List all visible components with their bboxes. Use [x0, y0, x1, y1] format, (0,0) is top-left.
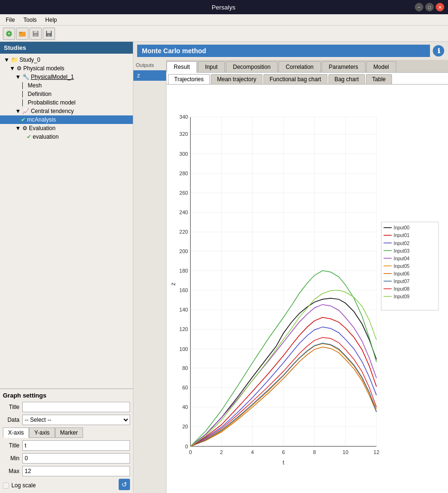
evaluation-label: evaluation	[33, 133, 59, 140]
log-scale-checkbox[interactable]	[3, 483, 9, 489]
tab-model[interactable]: Model	[366, 61, 396, 72]
sub-tab-trajectories[interactable]: Trajectories	[168, 74, 210, 84]
refresh-button[interactable]: ↺	[119, 479, 130, 490]
title-bar: Persalys − □ ✕	[0, 0, 448, 14]
tree-item-mesh[interactable]: │ Mesh	[0, 81, 133, 90]
title-row: Title	[3, 402, 130, 412]
svg-text:2: 2	[220, 449, 223, 455]
svg-text:Input00: Input00	[393, 225, 410, 230]
study-label: Study_0	[19, 57, 40, 63]
tree-item-central-tendency[interactable]: ▼ 📈 Central tendency	[0, 107, 133, 115]
tree-item-mcanalysis[interactable]: ✔ mcAnalysis	[0, 115, 133, 124]
max-row: Max	[3, 466, 130, 476]
expand-icon: ▼	[15, 125, 21, 132]
studies-header: Studies	[0, 42, 133, 54]
sub-tab-bag-chart[interactable]: Bag chart	[328, 74, 365, 84]
svg-text:Input09: Input09	[393, 294, 410, 299]
graph-settings-header: Graph settings	[3, 392, 130, 399]
svg-text:Input02: Input02	[393, 241, 410, 246]
svg-text:0: 0	[185, 444, 188, 449]
tree-item-physical-model-1[interactable]: ▼ 🔧 PhysicalModel_1	[0, 73, 133, 81]
axis-title-label: Title	[3, 442, 19, 449]
xaxis-tab[interactable]: X-axis	[3, 427, 29, 438]
svg-text:40: 40	[182, 404, 188, 410]
axis-tabs: X-axis Y-axis Marker	[3, 427, 130, 438]
min-row: Min	[3, 453, 130, 464]
tab-input[interactable]: Input	[198, 61, 225, 72]
tab-result[interactable]: Result	[167, 61, 197, 73]
svg-text:260: 260	[179, 190, 188, 196]
outputs-label: Outputs	[133, 60, 166, 70]
min-label: Min	[3, 455, 19, 462]
check-icon: ✔	[21, 116, 26, 123]
tree-item-probabilistic[interactable]: │ Probabilistic model	[0, 98, 133, 107]
outputs-panel: Outputs z Result Input Decomposition Cor…	[133, 60, 448, 493]
svg-text:12: 12	[373, 449, 379, 455]
tab-correlation[interactable]: Correlation	[279, 61, 321, 72]
yaxis-tab[interactable]: Y-axis	[29, 427, 55, 438]
svg-rect-6	[34, 34, 37, 37]
axis-title-input[interactable]	[22, 440, 130, 451]
model-icon: 🔧	[22, 74, 29, 80]
window-controls: − □ ✕	[415, 3, 444, 11]
open-button[interactable]	[16, 28, 28, 40]
chart-svg: 0 20 40 60 80 100 120 140 160 180 200 22…	[167, 85, 448, 493]
line-icon: │	[21, 91, 25, 97]
max-input[interactable]	[22, 466, 130, 476]
sub-tab-mean-trajectory[interactable]: Mean trajectory	[211, 74, 262, 84]
svg-text:340: 340	[179, 114, 188, 120]
right-panel: Monte Carlo method ℹ Outputs z Result In…	[133, 42, 448, 493]
new-button[interactable]: +	[3, 28, 15, 40]
svg-text:0: 0	[189, 449, 192, 455]
svg-text:Input03: Input03	[393, 248, 410, 254]
svg-text:200: 200	[179, 248, 188, 254]
svg-text:100: 100	[179, 346, 188, 352]
folder-icon: 📁	[11, 57, 18, 63]
save-button[interactable]	[43, 28, 55, 40]
analysis-title: Monte Carlo method	[137, 45, 430, 57]
sub-tab-functional-bag[interactable]: Functional bag chart	[263, 74, 327, 84]
data-select[interactable]: -- Select --	[22, 415, 130, 425]
maximize-button[interactable]: □	[425, 3, 434, 11]
minimize-button[interactable]: −	[415, 3, 423, 11]
sub-tabs: Trajectories Mean trajectory Functional …	[167, 73, 448, 85]
svg-text:Input08: Input08	[393, 286, 410, 292]
svg-text:Input07: Input07	[393, 279, 410, 284]
chart-icon: 📈	[22, 108, 29, 114]
svg-rect-3	[19, 32, 22, 33]
output-item-z[interactable]: z	[133, 70, 166, 81]
svg-text:Input04: Input04	[393, 256, 410, 261]
sub-tab-table[interactable]: Table	[366, 74, 392, 84]
title-input[interactable]	[22, 402, 130, 412]
svg-text:6: 6	[282, 449, 285, 455]
tab-decomposition[interactable]: Decomposition	[226, 61, 278, 72]
svg-text:+: +	[7, 30, 10, 37]
expand-icon: ▼	[4, 57, 9, 63]
tree-item-definition[interactable]: │ Definition	[0, 90, 133, 98]
axis-title-row: Title	[3, 440, 130, 451]
log-scale-label: Log scale	[11, 482, 36, 489]
svg-rect-5	[34, 31, 37, 33]
svg-text:320: 320	[179, 131, 188, 137]
save-as-button[interactable]	[29, 28, 42, 40]
tab-parameters[interactable]: Parameters	[322, 61, 365, 72]
menu-file[interactable]: File	[2, 16, 19, 24]
marker-tab[interactable]: Marker	[55, 427, 83, 438]
probabilistic-label: Probabilistic model	[28, 99, 76, 106]
info-button[interactable]: ℹ	[433, 45, 444, 57]
min-input[interactable]	[22, 453, 130, 464]
menu-tools[interactable]: Tools	[19, 16, 40, 24]
data-row: Data -- Select --	[3, 415, 130, 425]
expand-icon: ▼	[15, 108, 21, 114]
menu-bar: File Tools Help	[0, 14, 448, 26]
tree-item-evaluation[interactable]: ✔ evaluation	[0, 133, 133, 141]
close-button[interactable]: ✕	[436, 3, 444, 11]
outputs-list: Outputs z	[133, 60, 167, 493]
svg-text:180: 180	[179, 268, 188, 274]
tree-item-physical-models[interactable]: ▼ ⚙ Physical models	[0, 64, 133, 73]
menu-help[interactable]: Help	[41, 16, 61, 24]
tree-item-evaluation-folder[interactable]: ▼ ⚙ Evaluation	[0, 124, 133, 133]
tree-item-study[interactable]: ▼ 📁 Study_0	[0, 56, 133, 64]
results-area: Result Input Decomposition Correlation P…	[167, 60, 448, 493]
max-label: Max	[3, 468, 19, 474]
